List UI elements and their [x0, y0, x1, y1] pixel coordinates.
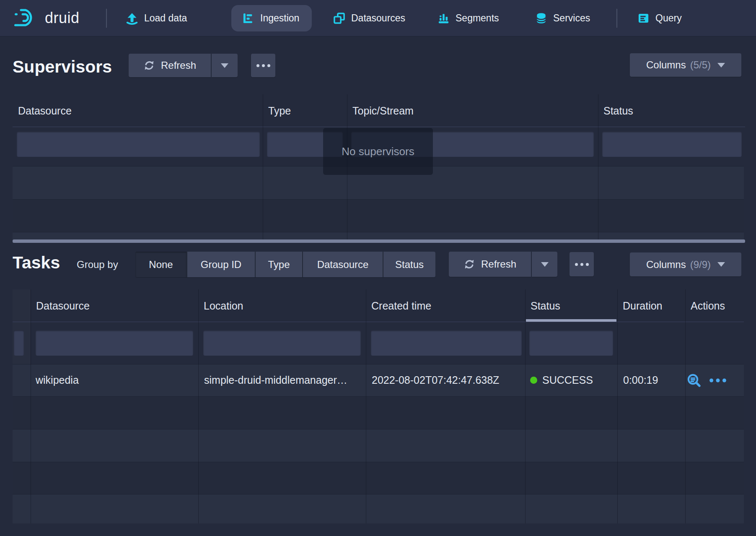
filter-datasource-input[interactable]: [17, 131, 260, 157]
nav-item-load-data[interactable]: Load data: [126, 0, 187, 36]
group-by-none-button[interactable]: None: [135, 252, 186, 277]
group-by-label: Group by: [77, 259, 118, 271]
refresh-label: Refresh: [161, 60, 196, 71]
cell-duration: 0:00:19: [623, 364, 686, 396]
task-row-wikipedia[interactable]: wikipedia simple-druid-middlemanager… 20…: [13, 364, 744, 396]
nav-item-label: Ingestion: [260, 13, 299, 24]
filter-status-input[interactable]: [529, 330, 613, 356]
more-icon: [575, 263, 589, 266]
load-data-icon: [126, 12, 138, 25]
logo-text: druid: [45, 9, 80, 27]
column-header-topic-stream[interactable]: Topic/Stream: [347, 94, 598, 127]
header-divider: [13, 322, 744, 322]
nav-item-label: Query: [655, 13, 682, 24]
column-header-status[interactable]: Status: [598, 94, 745, 127]
nav-item-segments[interactable]: Segments: [438, 0, 499, 36]
empty-state-message: No supervisors: [342, 145, 414, 158]
supervisors-refresh-button[interactable]: Refresh: [129, 54, 211, 77]
tasks-refresh-caret-button[interactable]: [532, 252, 557, 277]
column-divider: [198, 289, 199, 523]
table-row: [13, 429, 744, 462]
column-divider: [685, 289, 686, 523]
chevron-down-icon: [221, 63, 228, 68]
columns-count: (5/5): [690, 59, 711, 71]
nav-bar: druid Load data Ingestion: [0, 0, 756, 36]
cell-location: simple-druid-middlemanager…: [204, 364, 359, 396]
chevron-down-icon: [541, 262, 549, 267]
nav-item-services[interactable]: Services: [535, 0, 590, 36]
columns-label: Columns: [646, 259, 686, 271]
filter-created-time-input[interactable]: [371, 330, 522, 356]
column-header-status-sorted[interactable]: Status: [525, 289, 617, 322]
table-row: [13, 396, 744, 429]
tasks-columns-button[interactable]: Columns (9/9): [630, 252, 741, 276]
filter-location-input[interactable]: [203, 330, 361, 356]
column-header-type[interactable]: Type: [263, 94, 347, 127]
supervisors-columns-button[interactable]: Columns (5/5): [630, 53, 741, 77]
column-divider: [617, 289, 618, 523]
supervisors-refresh-caret-button[interactable]: [212, 54, 238, 77]
nav-item-datasources[interactable]: Datasources: [333, 0, 405, 36]
nav-item-query[interactable]: Query: [637, 0, 682, 36]
datasources-icon: [333, 12, 345, 24]
column-divider: [598, 94, 598, 239]
refresh-label: Refresh: [481, 258, 516, 270]
supervisors-more-button[interactable]: [251, 54, 275, 77]
group-by-group-id-button[interactable]: Group ID: [186, 252, 255, 277]
task-actions-more-icon[interactable]: [709, 378, 727, 383]
group-by-button-group: None Group ID Type Datasource Status: [135, 252, 435, 277]
status-success-dot-icon: [530, 377, 537, 384]
supervisors-title: Supervisors: [13, 57, 112, 77]
druid-logo-icon: [14, 8, 39, 28]
header-divider: [13, 127, 745, 127]
filter-task-id-input-clipped[interactable]: [14, 330, 24, 356]
tasks-refresh-button[interactable]: Refresh: [449, 252, 531, 277]
nav-item-ingestion[interactable]: Ingestion: [231, 5, 312, 31]
chevron-down-icon: [717, 63, 725, 68]
column-header-created-time[interactable]: Created time: [366, 289, 525, 322]
column-header-actions[interactable]: Actions: [685, 289, 744, 322]
horizontal-scrollbar[interactable]: [13, 239, 745, 243]
columns-count: (9/9): [690, 259, 711, 271]
cell-actions: [686, 364, 753, 396]
query-icon: [637, 12, 650, 24]
nav-divider: [616, 9, 617, 28]
column-divider: [525, 289, 526, 523]
column-header-location[interactable]: Location: [198, 289, 366, 322]
filter-status-input[interactable]: [602, 131, 742, 157]
group-by-type-button[interactable]: Type: [255, 252, 302, 277]
column-divider: [31, 289, 31, 523]
nav-item-label: Services: [553, 13, 590, 24]
nav-item-label: Load data: [144, 13, 187, 24]
tasks-more-button[interactable]: [570, 252, 594, 276]
column-header-datasource[interactable]: Datasource: [31, 289, 198, 322]
tasks-refresh-split-button: Refresh: [449, 252, 557, 277]
cell-status: SUCCESS: [530, 364, 618, 396]
more-icon: [256, 64, 270, 67]
table-row: [13, 232, 744, 239]
refresh-icon: [463, 258, 475, 270]
column-header-datasource[interactable]: Datasource: [13, 94, 263, 127]
group-by-status-button[interactable]: Status: [383, 252, 435, 277]
task-detail-magnifier-icon[interactable]: [686, 373, 702, 388]
column-divider: [366, 289, 366, 523]
druid-console: druid Load data Ingestion: [0, 0, 756, 536]
nav-item-label: Datasources: [351, 13, 405, 24]
table-row: [13, 462, 744, 494]
column-divider: [263, 94, 263, 239]
services-icon: [535, 12, 547, 24]
table-row: [13, 494, 744, 523]
chevron-down-icon: [717, 262, 725, 267]
table-row: [13, 199, 744, 232]
empty-state-overlay: No supervisors: [323, 128, 433, 175]
cell-datasource: wikipedia: [36, 364, 191, 396]
druid-logo[interactable]: druid: [14, 6, 80, 30]
status-text: SUCCESS: [542, 374, 593, 386]
columns-label: Columns: [646, 59, 686, 71]
ingestion-icon: [242, 12, 254, 24]
cell-created-time: 2022-08-02T07:42:47.638Z: [372, 364, 523, 396]
group-by-datasource-button[interactable]: Datasource: [302, 252, 383, 277]
column-header-duration[interactable]: Duration: [617, 289, 685, 322]
tasks-title: Tasks: [13, 253, 60, 273]
filter-datasource-input[interactable]: [36, 330, 193, 356]
